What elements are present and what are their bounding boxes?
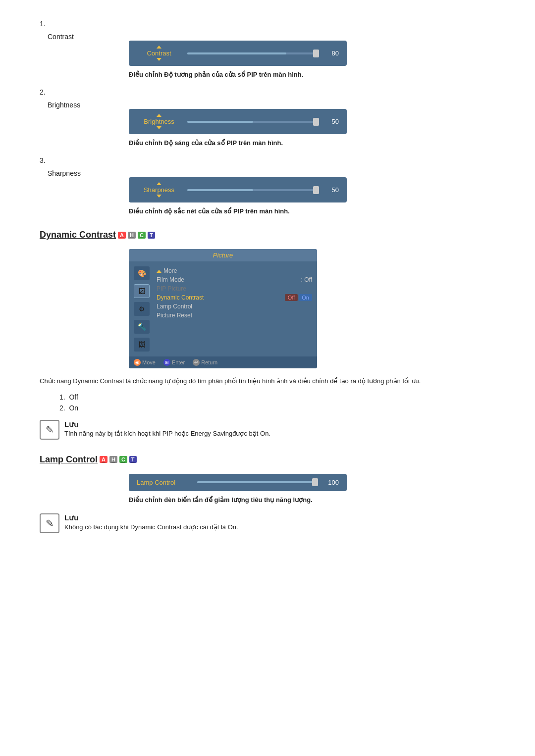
brightness-num: 2.	[40, 88, 495, 96]
move-icon: ◉	[134, 359, 141, 366]
sharpness-track	[187, 189, 319, 191]
note-desc-1: Tính năng này bị tắt kích hoạt khi PIP h…	[64, 429, 270, 439]
footer-return-label: Return	[201, 359, 217, 365]
contrast-section: 1. Contrast Contrast 80 Điều chỉnh Độ tư…	[40, 20, 495, 78]
dynamic-contrast-desc: Chức năng Dynamic Contrast là chức năng …	[40, 376, 495, 386]
sharpness-caption: Điều chỉnh độ sắc nét của cửa sổ PIP trê…	[129, 207, 495, 215]
dynamic-contrast-option-off: 1. Off	[59, 393, 495, 401]
footer-enter-label: Enter	[172, 359, 185, 365]
lamp-slider-label: Lamp Control	[137, 479, 191, 486]
menu-icon-4: 🔦	[134, 320, 150, 334]
menu-icon-1: 🎨	[134, 266, 150, 280]
contrast-track	[187, 52, 319, 54]
footer-move-label: Move	[142, 359, 156, 365]
sharpness-arrow-down	[157, 195, 161, 198]
lamp-fill	[197, 481, 317, 483]
dynamic-contrast-options: 1. Off 2. On	[59, 393, 495, 412]
sharpness-thumb	[313, 186, 319, 194]
contrast-slider[interactable]: Contrast 80	[129, 41, 347, 66]
badge-t: T	[148, 232, 155, 239]
contrast-slider-label: Contrast	[137, 46, 181, 61]
return-icon: ↩	[193, 359, 200, 366]
brightness-arrow-down	[157, 126, 161, 129]
menu-footer: ◉ Move ⊞ Enter ↩ Return	[129, 356, 317, 368]
dynamic-contrast-note: ✎ Lưu Tính năng này bị tắt kích hoạt khi…	[40, 420, 495, 440]
footer-move: ◉ Move	[134, 359, 156, 366]
menu-icon-list: 🎨 🖼 ⚙ 🔦 🖼	[134, 266, 152, 352]
note-title-1: Lưu	[64, 420, 270, 429]
more-arrow-icon	[157, 270, 161, 273]
brightness-label: Brightness	[48, 101, 80, 109]
contrast-arrow-down	[157, 58, 161, 61]
lamp-badge-a: A	[100, 456, 107, 463]
lamp-track	[197, 481, 317, 483]
sharpness-fill	[187, 189, 253, 191]
lamp-value: 100	[323, 479, 339, 486]
sharpness-value: 50	[325, 186, 339, 194]
on-badge: On	[299, 294, 312, 301]
brightness-caption: Điều chỉnh Độ sáng của cửa sổ PIP trên m…	[129, 139, 495, 147]
brightness-arrow-up	[157, 114, 161, 117]
menu-dynamic-contrast: Dynamic Contrast Off On	[157, 293, 312, 302]
brightness-slider[interactable]: Brightness 50	[129, 109, 347, 134]
brightness-value: 50	[325, 118, 339, 125]
badge-c: C	[138, 232, 146, 239]
menu-item-list: More Film Mode : Off PIP Picture Dynamic…	[157, 266, 312, 352]
note-title-2: Lưu	[64, 513, 238, 522]
lamp-thumb	[312, 478, 318, 486]
lamp-control-caption: Điều chỉnh đèn biến tần để giảm lượng ti…	[129, 496, 495, 504]
film-mode-value: : Off	[301, 276, 312, 283]
footer-enter: ⊞ Enter	[163, 359, 185, 366]
brightness-track	[187, 121, 319, 123]
footer-return: ↩ Return	[193, 359, 217, 366]
contrast-label-text: Contrast	[147, 50, 171, 57]
sharpness-slider-label: Sharpness	[137, 182, 181, 198]
note-desc-2: Không có tác dụng khi Dynamic Contrast đ…	[64, 522, 238, 532]
lamp-badge-h: H	[109, 456, 117, 463]
badge-h: H	[128, 232, 136, 239]
menu-title: Picture	[129, 249, 317, 261]
contrast-thumb	[313, 50, 319, 57]
enter-icon: ⊞	[163, 359, 170, 366]
lamp-badge-t: T	[129, 456, 137, 463]
badge-a: A	[118, 232, 126, 239]
menu-icon-5: 🖼	[134, 338, 150, 352]
menu-picture-reset: Picture Reset	[157, 311, 312, 320]
dynamic-contrast-heading: Dynamic Contrast A H C T	[40, 230, 495, 240]
sharpness-label: Sharpness	[48, 169, 81, 177]
menu-film-mode: Film Mode : Off	[157, 275, 312, 284]
lamp-control-heading: Lamp Control A H C T	[40, 454, 495, 465]
note-icon-2: ✎	[40, 513, 59, 533]
note-content-1: Lưu Tính năng này bị tắt kích hoạt khi P…	[64, 420, 270, 439]
contrast-value: 80	[325, 50, 339, 57]
lamp-control-note: ✎ Lưu Không có tác dụng khi Dynamic Cont…	[40, 513, 495, 533]
menu-icon-3: ⚙	[134, 302, 150, 316]
brightness-section: 2. Brightness Brightness 50 Điều chỉnh Đ…	[40, 88, 495, 147]
menu-icon-2: 🖼	[134, 284, 150, 298]
sharpness-num: 3.	[40, 156, 495, 164]
brightness-fill	[187, 121, 253, 123]
menu-more: More	[157, 266, 312, 275]
lamp-control-slider[interactable]: Lamp Control 100	[129, 474, 347, 491]
note-icon-1: ✎	[40, 420, 59, 440]
sharpness-arrow-up	[157, 182, 161, 185]
note-content-2: Lưu Không có tác dụng khi Dynamic Contra…	[64, 513, 238, 532]
contrast-arrow-up	[157, 46, 161, 49]
off-badge: Off	[285, 294, 298, 301]
contrast-fill	[187, 52, 286, 54]
dynamic-contrast-option-on: 2. On	[59, 404, 495, 412]
sharpness-label-text: Sharpness	[144, 186, 174, 194]
contrast-caption: Điều chỉnh Độ tương phản của cửa sổ PIP …	[129, 71, 495, 78]
contrast-num: 1.	[40, 20, 495, 28]
contrast-label: Contrast	[48, 33, 74, 41]
brightness-thumb	[313, 118, 319, 126]
menu-pip-picture: PIP Picture	[157, 284, 312, 293]
brightness-slider-label: Brightness	[137, 114, 181, 129]
dynamic-contrast-offon: Off On	[285, 294, 312, 301]
sharpness-section: 3. Sharpness Sharpness 50 Điều chỉnh độ …	[40, 156, 495, 215]
menu-body: 🎨 🖼 ⚙ 🔦 🖼 More Film Mode : Off PIP Pictu…	[129, 261, 317, 356]
menu-lamp-control: Lamp Control	[157, 302, 312, 311]
lamp-badge-c: C	[119, 456, 127, 463]
dynamic-contrast-menu: Picture 🎨 🖼 ⚙ 🔦 🖼 More Film Mode : Off P	[129, 249, 317, 368]
sharpness-slider[interactable]: Sharpness 50	[129, 177, 347, 202]
